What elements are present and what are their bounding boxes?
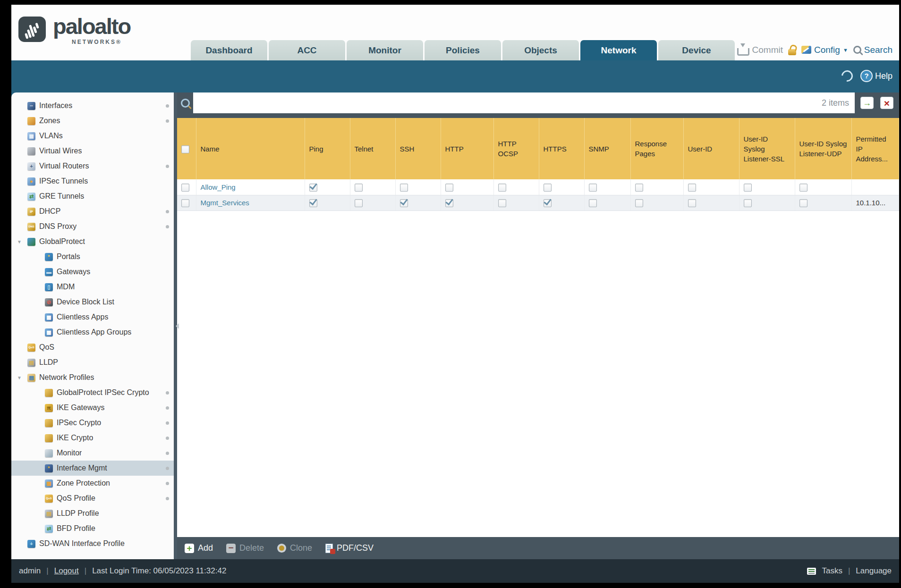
- sidebar-item-network-profiles[interactable]: ▼▤Network Profiles: [11, 370, 174, 385]
- sidebar-item-virtual-routers[interactable]: +Virtual Routers: [11, 159, 174, 174]
- ssh-checkbox[interactable]: [400, 184, 408, 192]
- sidebar-item-ike-crypto[interactable]: IKE Crypto: [11, 430, 174, 445]
- http-checkbox[interactable]: [445, 199, 453, 207]
- commit-button[interactable]: Commit: [737, 44, 783, 56]
- column-header-user-id[interactable]: User-ID: [683, 118, 739, 179]
- pdf-csv-button[interactable]: PDF/CSV: [325, 543, 374, 553]
- tab-monitor[interactable]: Monitor: [347, 40, 423, 60]
- sidebar-item-portals[interactable]: *Portals: [11, 249, 174, 264]
- apply-filter-button[interactable]: →: [860, 97, 874, 109]
- ssh-checkbox[interactable]: [400, 199, 408, 207]
- filter-input[interactable]: [193, 93, 822, 112]
- column-header-name[interactable]: Name: [196, 118, 305, 179]
- sidebar-item-virtual-wires[interactable]: Virtual Wires: [11, 143, 174, 159]
- sidebar-item-lldp[interactable]: ▤LLDP: [11, 355, 174, 370]
- config-menu-button[interactable]: Config ▼: [801, 45, 848, 55]
- profile-name-link[interactable]: Allow_Ping: [201, 183, 236, 191]
- http-ocsp-checkbox[interactable]: [498, 184, 506, 192]
- snmp-checkbox[interactable]: [589, 199, 597, 207]
- sidebar-item-mdm[interactable]: ▯MDM: [11, 279, 174, 294]
- language-button[interactable]: Language: [856, 566, 892, 576]
- expander-icon[interactable]: ▼: [17, 239, 27, 244]
- column-header-ping[interactable]: Ping: [305, 118, 350, 179]
- sidebar-item-ipsec-tunnels[interactable]: ●IPSec Tunnels: [11, 174, 174, 189]
- expander-icon[interactable]: ▼: [17, 375, 27, 380]
- user-id-syslog-listener-ssl-checkbox[interactable]: [744, 184, 752, 192]
- tasks-button[interactable]: Tasks: [822, 566, 842, 576]
- commit-label: Commit: [752, 45, 783, 55]
- ping-checkbox[interactable]: [309, 184, 317, 192]
- sidebar-item-gateways[interactable]: ▬Gateways: [11, 264, 174, 279]
- sidebar-item-clientless-apps[interactable]: ▦Clientless Apps: [11, 310, 174, 325]
- logout-link[interactable]: Logout: [54, 566, 79, 576]
- clone-button[interactable]: Clone: [277, 543, 312, 553]
- ping-checkbox[interactable]: [309, 199, 317, 207]
- telnet-checkbox[interactable]: [355, 199, 363, 207]
- snmp-checkbox[interactable]: [589, 184, 597, 192]
- column-header-telnet[interactable]: Telnet: [350, 118, 395, 179]
- tab-policies[interactable]: Policies: [425, 40, 501, 60]
- user-id-syslog-listener-ssl-checkbox[interactable]: [744, 199, 752, 207]
- sidebar-item-lldp-profile[interactable]: ▤LLDP Profile: [11, 506, 174, 521]
- row-checkbox[interactable]: [181, 184, 189, 192]
- sidebar-item-interface-mgmt[interactable]: *Interface Mgmt: [11, 461, 174, 476]
- sidebar-splitter[interactable]: [174, 92, 177, 559]
- select-all-checkbox[interactable]: [181, 145, 189, 153]
- sidebar-item-gre-tunnels[interactable]: ⇄GRE Tunnels: [11, 189, 174, 204]
- column-header-permitted-ip-address[interactable]: Permitted IP Address...: [851, 118, 899, 179]
- collapse-sidebar-icon[interactable]: [173, 323, 179, 329]
- sidebar-item-ike-gateways[interactable]: πIKE Gateways: [11, 400, 174, 415]
- global-search-button[interactable]: Search: [853, 45, 892, 55]
- status-dot: [166, 210, 169, 213]
- http-checkbox[interactable]: [445, 184, 453, 192]
- response-pages-checkbox[interactable]: [635, 199, 643, 207]
- column-header-https[interactable]: HTTPS: [539, 118, 584, 179]
- sidebar-item-qos[interactable]: QoSQoS: [11, 340, 174, 355]
- ike-gateways-icon: π: [45, 404, 53, 412]
- column-header-response-pages[interactable]: Response Pages: [630, 118, 683, 179]
- telnet-checkbox[interactable]: [355, 184, 363, 192]
- https-checkbox[interactable]: [544, 199, 552, 207]
- column-header-user-id-syslog-listener-udp[interactable]: User-ID Syslog Listener-UDP: [795, 118, 851, 179]
- sidebar-item-zones[interactable]: Zones: [11, 113, 174, 128]
- column-header-ssh[interactable]: SSH: [395, 118, 441, 179]
- lock-icon[interactable]: [788, 49, 796, 55]
- user-id-syslog-listener-udp-checkbox[interactable]: [799, 199, 808, 207]
- sidebar-item-zone-protection[interactable]: ▦Zone Protection: [11, 476, 174, 491]
- sidebar-item-clientless-app-groups[interactable]: ▦Clientless App Groups: [11, 325, 174, 340]
- sidebar-item-globalprotect-ipsec-crypto[interactable]: GlobalProtect IPSec Crypto: [11, 385, 174, 400]
- https-checkbox[interactable]: [544, 184, 552, 192]
- sidebar-item-globalprotect[interactable]: ▼GlobalProtect: [11, 234, 174, 249]
- sidebar-item-qos-profile[interactable]: QoSQoS Profile: [11, 491, 174, 506]
- sidebar-item-vlans[interactable]: ▦VLANs: [11, 128, 174, 143]
- add-button[interactable]: + Add: [185, 543, 213, 553]
- sidebar-item-dns-proxy[interactable]: DNSDNS Proxy: [11, 219, 174, 234]
- tab-acc[interactable]: ACC: [269, 40, 345, 60]
- tab-objects[interactable]: Objects: [502, 40, 579, 60]
- http-ocsp-checkbox[interactable]: [498, 199, 506, 207]
- user-id-syslog-listener-udp-checkbox[interactable]: [799, 184, 808, 192]
- row-checkbox[interactable]: [181, 199, 189, 207]
- response-pages-checkbox[interactable]: [635, 184, 643, 192]
- column-header-http-ocsp[interactable]: HTTP OCSP: [493, 118, 539, 179]
- delete-button[interactable]: − Delete: [226, 543, 264, 553]
- sidebar-item-sd-wan-interface-profile[interactable]: +SD-WAN Interface Profile: [11, 536, 174, 551]
- help-button[interactable]: ? Help: [860, 70, 892, 82]
- sidebar-item-dhcp[interactable]: IPDHCP: [11, 204, 174, 219]
- refresh-icon[interactable]: [839, 68, 855, 84]
- profile-name-link[interactable]: Mgmt_Services: [201, 199, 249, 207]
- tab-dashboard[interactable]: Dashboard: [191, 40, 267, 60]
- tab-network[interactable]: Network: [580, 40, 657, 60]
- sidebar-item-monitor[interactable]: Monitor: [11, 445, 174, 461]
- column-header-snmp[interactable]: SNMP: [584, 118, 630, 179]
- user-id-checkbox[interactable]: [688, 184, 696, 192]
- sidebar-item-bfd-profile[interactable]: ⇄BFD Profile: [11, 521, 174, 536]
- tab-device[interactable]: Device: [658, 40, 735, 60]
- sidebar-item-ipsec-crypto[interactable]: IPSec Crypto: [11, 415, 174, 430]
- column-header-user-id-syslog-listener-ssl[interactable]: User-ID Syslog Listener-SSL: [739, 118, 795, 179]
- column-header-http[interactable]: HTTP: [441, 118, 493, 179]
- sidebar-item-interfaces[interactable]: •••Interfaces: [11, 98, 174, 113]
- clear-filter-button[interactable]: ×: [880, 97, 893, 109]
- user-id-checkbox[interactable]: [688, 199, 696, 207]
- sidebar-item-device-block-list[interactable]: ⊘Device Block List: [11, 294, 174, 310]
